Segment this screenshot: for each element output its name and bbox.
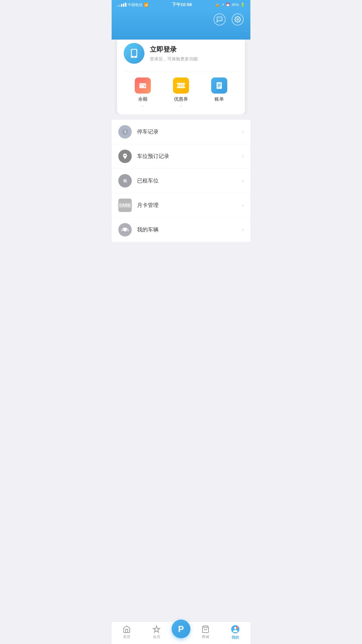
coupon-icon <box>173 77 189 94</box>
bill-action[interactable]: 账单 <box>211 77 227 108</box>
login-subtitle: 登录后，可体验更多功能 <box>150 56 198 62</box>
svg-rect-24 <box>122 230 124 231</box>
location-icon: ↗ <box>221 3 224 7</box>
parking-record-icon-wrap <box>118 125 132 139</box>
spot-booking-label: 车位预订记录 <box>137 153 242 160</box>
svg-point-20 <box>124 155 126 156</box>
rented-spot-item[interactable]: 租 已租车位 › <box>112 169 250 193</box>
coupon-label: 优惠券 <box>174 96 188 102</box>
svg-point-22 <box>122 231 124 233</box>
svg-point-0 <box>219 19 219 19</box>
wallet-label: 余额 <box>138 96 147 102</box>
wallet-value: -- <box>141 104 144 108</box>
profile-top[interactable]: 立即登录 登录后，可体验更多功能 <box>124 43 238 64</box>
lock-icon: 🔒 <box>215 3 220 7</box>
svg-point-3 <box>237 19 239 20</box>
monthly-card-chevron: › <box>242 202 244 208</box>
monthly-card-item[interactable]: CARD 月卡管理 › <box>112 193 250 218</box>
profile-info: 立即登录 登录后，可体验更多功能 <box>150 45 198 62</box>
battery-icon: 🔋 <box>240 3 245 7</box>
battery-text: 45% <box>232 3 239 7</box>
my-vehicle-chevron: › <box>242 227 244 233</box>
svg-point-2 <box>220 19 221 19</box>
carrier-text: 中国电信 <box>128 2 142 7</box>
svg-rect-5 <box>132 50 136 56</box>
my-vehicle-label: 我的车辆 <box>137 226 242 233</box>
menu-section: 停车记录 › 车位预订记录 › 租 已租车位 › CARD <box>112 114 250 242</box>
spot-booking-icon-wrap <box>118 150 132 163</box>
menu-card: 停车记录 › 车位预订记录 › 租 已租车位 › CARD <box>112 120 250 242</box>
svg-point-23 <box>126 231 128 233</box>
profile-actions: 余额 -- 优惠券 -- <box>124 72 238 108</box>
header-icons <box>118 13 244 25</box>
status-left: 中国电信 📶 <box>117 2 148 7</box>
svg-rect-8 <box>144 86 145 87</box>
bill-label: 账单 <box>215 96 224 102</box>
my-vehicle-icon-wrap <box>118 223 132 236</box>
spot-booking-chevron: › <box>242 153 244 159</box>
card-badge: CARD <box>118 203 132 208</box>
rented-spot-label: 已租车位 <box>137 177 242 184</box>
bill-icon <box>211 77 227 94</box>
parking-record-chevron: › <box>242 129 244 135</box>
status-bar: 中国电信 📶 下午10:58 🔒 ↗ ⏰ 45% 🔋 <box>112 0 250 9</box>
monthly-card-label: 月卡管理 <box>137 202 242 209</box>
status-right: 🔒 ↗ ⏰ 45% 🔋 <box>215 3 245 7</box>
signal-icon <box>117 3 126 7</box>
svg-point-1 <box>219 19 220 19</box>
message-button[interactable] <box>214 13 226 25</box>
svg-point-6 <box>134 56 135 57</box>
rented-spot-chevron: › <box>242 178 244 184</box>
time-display: 下午10:58 <box>172 2 192 8</box>
header <box>112 9 250 40</box>
login-title: 立即登录 <box>150 45 198 54</box>
parking-record-item[interactable]: 停车记录 › <box>112 120 250 144</box>
svg-rect-25 <box>127 230 128 231</box>
wallet-icon <box>135 77 151 94</box>
avatar <box>124 43 144 64</box>
monthly-card-icon-wrap: CARD <box>118 199 132 212</box>
wallet-action[interactable]: 余额 -- <box>135 77 151 108</box>
coupon-value: -- <box>180 104 182 108</box>
spot-booking-item[interactable]: 车位预订记录 › <box>112 144 250 169</box>
settings-button[interactable] <box>232 13 244 25</box>
alarm-icon: ⏰ <box>226 3 230 7</box>
profile-card: 立即登录 登录后，可体验更多功能 余额 -- <box>117 36 245 114</box>
wifi-icon: 📶 <box>144 3 148 7</box>
my-vehicle-item[interactable]: 我的车辆 › <box>112 218 250 242</box>
coupon-action[interactable]: 优惠券 -- <box>173 77 189 108</box>
parking-record-label: 停车记录 <box>137 128 242 136</box>
rented-spot-icon-wrap: 租 <box>118 174 132 187</box>
